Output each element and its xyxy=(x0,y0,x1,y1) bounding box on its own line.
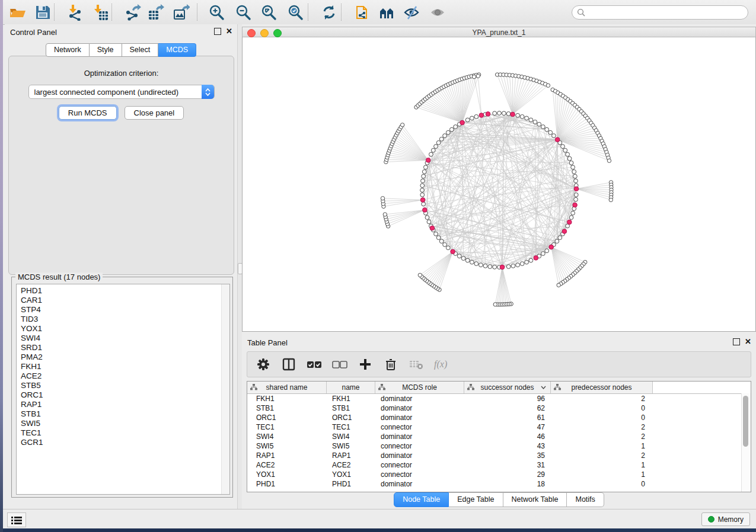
mcds-result-item[interactable]: TID3 xyxy=(21,315,229,324)
table-cell[interactable]: dominator xyxy=(375,432,464,441)
search-field[interactable] xyxy=(572,5,748,20)
table-row[interactable]: ORC1ORC1dominator610 xyxy=(247,413,751,422)
table-row[interactable]: SWI5SWI5connector431 xyxy=(247,441,751,451)
column-header-name[interactable]: name xyxy=(327,382,375,393)
table-cell[interactable]: SWI4 xyxy=(247,432,327,441)
table-cell[interactable]: ORC1 xyxy=(247,414,327,422)
optimization-criterion-select[interactable]: largest connected component (undirected) xyxy=(28,85,215,99)
table-cell[interactable]: 0 xyxy=(551,414,653,422)
table-cell[interactable]: connector xyxy=(375,470,464,479)
table-cell[interactable]: dominator xyxy=(375,414,464,422)
zoom-fit-icon[interactable] xyxy=(260,4,277,21)
table-cell[interactable]: SWI5 xyxy=(247,442,327,450)
deselect-all-icon[interactable] xyxy=(332,357,347,372)
mcds-result-item[interactable]: SWI5 xyxy=(21,419,229,428)
function-builder-icon[interactable]: f(x) xyxy=(434,359,447,370)
export-network-icon[interactable] xyxy=(125,4,141,21)
table-row[interactable]: YOX1YOX1connector291 xyxy=(247,470,751,479)
table-cell[interactable]: TEC1 xyxy=(327,423,375,431)
float-panel-icon[interactable] xyxy=(214,28,221,35)
table-cell[interactable]: 2 xyxy=(551,423,653,431)
table-cell[interactable]: 2 xyxy=(551,395,653,403)
export-table-icon[interactable] xyxy=(148,4,164,21)
mcds-result-item[interactable]: SWI4 xyxy=(21,334,229,343)
tab-network-table[interactable]: Network Table xyxy=(503,492,567,507)
tab-edge-table[interactable]: Edge Table xyxy=(449,492,503,507)
open-session-icon[interactable] xyxy=(9,4,25,21)
mcds-result-item[interactable]: STB5 xyxy=(21,381,229,390)
table-row[interactable]: RAP1RAP1dominator352 xyxy=(247,451,751,460)
table-cell[interactable]: 61 xyxy=(464,414,551,422)
mcds-result-item[interactable]: RAP1 xyxy=(21,400,229,409)
table-cell[interactable]: 96 xyxy=(464,395,551,403)
network-view-canvas[interactable] xyxy=(242,37,756,332)
mcds-result-list[interactable]: PHD1CAR1STP4TID3YOX1SWI4SRD1PMA2FKH1ACE2… xyxy=(16,284,230,495)
table-scrollbar[interactable] xyxy=(741,393,751,492)
search-input[interactable] xyxy=(585,8,748,17)
table-cell[interactable]: STB1 xyxy=(247,404,327,412)
memory-button[interactable]: Memory xyxy=(701,512,750,526)
table-cell[interactable]: SWI4 xyxy=(327,432,375,441)
tab-style[interactable]: Style xyxy=(90,43,122,57)
table-cell[interactable]: 2 xyxy=(551,432,653,441)
table-cell[interactable]: dominator xyxy=(375,395,464,403)
column-header-predecessor-nodes[interactable]: predecessor nodes xyxy=(551,382,653,393)
table-scrollbar-thumb[interactable] xyxy=(743,396,748,447)
save-session-icon[interactable] xyxy=(34,4,51,21)
zoom-in-icon[interactable] xyxy=(208,4,225,21)
first-neighbors-icon[interactable] xyxy=(379,4,395,21)
mcds-result-item[interactable]: GCR1 xyxy=(21,438,229,447)
show-all-icon[interactable] xyxy=(429,4,446,21)
close-panel-button[interactable]: Close panel xyxy=(125,106,184,120)
mcds-result-item[interactable]: PHD1 xyxy=(21,286,229,296)
table-row[interactable]: SWI4SWI4dominator462 xyxy=(247,432,751,441)
table-cell[interactable]: TEC1 xyxy=(247,423,327,431)
table-cell[interactable]: 1 xyxy=(551,461,653,469)
mcds-result-item[interactable]: STP4 xyxy=(21,305,229,315)
mcds-result-item[interactable]: STB1 xyxy=(21,409,229,419)
table-cell[interactable]: RAP1 xyxy=(247,451,327,460)
float-panel-icon[interactable] xyxy=(733,338,740,345)
table-cell[interactable]: 35 xyxy=(464,451,551,460)
mcds-result-item[interactable]: PMA2 xyxy=(21,352,229,362)
table-cell[interactable]: dominator xyxy=(375,404,464,412)
add-column-icon[interactable] xyxy=(358,357,373,372)
task-history-button[interactable] xyxy=(7,512,26,527)
apply-layout-icon[interactable] xyxy=(321,4,337,21)
table-cell[interactable]: 47 xyxy=(464,423,551,431)
tab-select[interactable]: Select xyxy=(122,43,159,57)
table-cell[interactable]: PHD1 xyxy=(327,480,375,488)
run-mcds-button[interactable]: Run MCDS xyxy=(59,106,117,120)
table-cell[interactable]: ORC1 xyxy=(327,414,375,422)
mcds-result-item[interactable]: ORC1 xyxy=(21,390,229,400)
table-cell[interactable]: YOX1 xyxy=(327,470,375,479)
table-cell[interactable]: YOX1 xyxy=(247,470,327,479)
mcds-result-item[interactable]: CAR1 xyxy=(21,296,229,305)
column-header-successor-nodes[interactable]: successor nodes xyxy=(464,382,551,393)
table-cell[interactable]: SWI5 xyxy=(327,442,375,450)
delete-columns-icon[interactable] xyxy=(383,357,398,372)
table-cell[interactable]: 46 xyxy=(464,432,551,441)
table-cell[interactable]: ACE2 xyxy=(247,461,327,469)
table-cell[interactable]: connector xyxy=(375,442,464,450)
delete-table-icon[interactable] xyxy=(409,357,424,372)
mcds-result-item[interactable]: FKH1 xyxy=(21,362,229,371)
column-header-mcds-role[interactable]: MCDS role xyxy=(375,382,464,393)
table-cell[interactable]: 62 xyxy=(464,404,551,412)
show-columns-icon[interactable] xyxy=(281,357,296,372)
table-row[interactable]: TEC1TEC1connector472 xyxy=(247,422,751,432)
hide-selected-icon[interactable] xyxy=(403,4,420,21)
tab-node-table[interactable]: Node Table xyxy=(394,492,449,507)
table-cell[interactable]: STB1 xyxy=(327,404,375,412)
select-all-icon[interactable] xyxy=(307,357,322,372)
table-row[interactable]: STB1STB1dominator620 xyxy=(247,403,751,413)
table-row[interactable]: FKH1FKH1dominator962 xyxy=(247,394,751,403)
column-header-shared-name[interactable]: shared name xyxy=(247,382,327,393)
table-cell[interactable]: 43 xyxy=(464,442,551,450)
table-cell[interactable]: 1 xyxy=(551,442,653,450)
table-cell[interactable]: connector xyxy=(375,461,464,469)
close-panel-icon[interactable]: ✕ xyxy=(745,339,751,345)
import-table-icon[interactable] xyxy=(92,4,109,21)
mcds-result-item[interactable]: TEC1 xyxy=(21,428,229,438)
settings-icon[interactable] xyxy=(256,357,271,372)
